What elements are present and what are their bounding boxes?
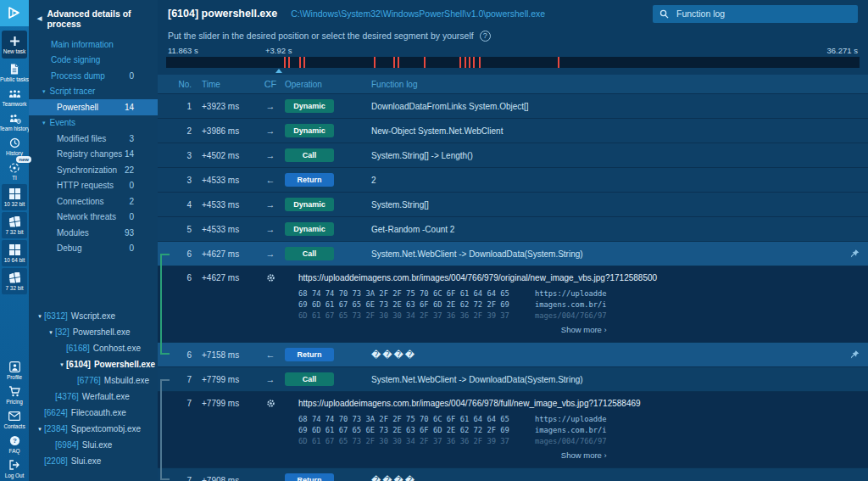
- rail-item-public-tasks[interactable]: Public tasks: [0, 60, 29, 85]
- menu-item-label: Synchronization: [57, 165, 117, 175]
- logout-icon: [9, 460, 20, 471]
- search-input[interactable]: [675, 8, 851, 20]
- rail-item-team-history[interactable]: Team history: [0, 109, 29, 134]
- rail-item-logout[interactable]: Log Out: [0, 456, 29, 481]
- timeline-event-tick: [398, 57, 399, 68]
- help-icon[interactable]: ?: [480, 31, 491, 42]
- function-log-search[interactable]: [653, 5, 858, 23]
- menu-item-label: Events: [50, 118, 76, 127]
- function-log-detail-row[interactable]: 6+4627 mshttps://uploaddeimagens.com.br/…: [158, 266, 868, 343]
- win7-icon: [9, 272, 20, 283]
- rail-item-env-10-32[interactable]: 10 32 bit: [2, 184, 27, 210]
- call-return-bracket: [160, 266, 170, 343]
- function-log-row[interactable]: 4+4533 ms→DynamicSystem.String[]: [158, 193, 868, 217]
- rail-item-teamwork[interactable]: Teamwork: [0, 85, 29, 109]
- process-name: Wscript.exe: [71, 311, 115, 321]
- menu-item-code-signing[interactable]: Code signing: [29, 53, 158, 69]
- tree-item-slui-exe[interactable]: [6984]Slui.exe: [29, 437, 158, 453]
- menu-item-connections[interactable]: Connections2: [29, 193, 158, 210]
- tree-item-wscript-exe[interactable]: ▾[6312]Wscript.exe: [29, 308, 158, 324]
- process-pid: [32]: [55, 327, 70, 337]
- timeline-event-tick: [479, 57, 481, 68]
- detail-content: https://uploaddeimagens.com.br/images/00…: [285, 399, 868, 460]
- rail-item-label: 10 64 bit: [4, 257, 25, 263]
- function-log-row[interactable]: 1+3923 ms→DynamicDownloadDataFromLinks S…: [158, 94, 868, 119]
- menu-item-registry-changes[interactable]: Registry changes14: [29, 147, 158, 163]
- cart-icon: [8, 386, 20, 397]
- operation-cell: Call: [285, 148, 358, 162]
- row-time: +4533 ms: [192, 176, 256, 185]
- function-log-row[interactable]: 6+7158 ms←Return����: [158, 343, 868, 367]
- icon-rail: New taskPublic tasksTeamworkTeam history…: [0, 0, 29, 481]
- question-icon: ?: [9, 435, 20, 446]
- menu-item-label: Code signing: [51, 55, 100, 64]
- menu-item-script-tracer[interactable]: ▾Script tracer: [29, 84, 158, 100]
- menu-item-events[interactable]: ▾Events: [29, 115, 158, 131]
- gear-icon: [256, 399, 285, 408]
- hex-ascii: mages/004/766/97: [535, 436, 607, 447]
- tree-item-slui-exe[interactable]: [2208]Slui.exe: [29, 453, 158, 469]
- tree-item-powershell-exe[interactable]: ▾[6104]Powershell.exe: [29, 356, 158, 372]
- function-log-row[interactable]: 3+4533 ms←Return2: [158, 168, 868, 193]
- call-arrow-icon: →: [256, 199, 285, 210]
- rail-item-pricing[interactable]: Pricing: [0, 383, 29, 407]
- function-log-detail-row[interactable]: 7+7799 mshttps://uploaddeimagens.com.br/…: [158, 392, 868, 468]
- rail-item-faq[interactable]: ?FAQ: [0, 432, 29, 456]
- rail-item-env-7-32-b[interactable]: 7 32 bit: [2, 268, 27, 294]
- pin-icon[interactable]: [850, 249, 860, 259]
- rail-item-new-task[interactable]: New task: [2, 31, 27, 59]
- function-log-cell: System.String[]: [358, 200, 868, 210]
- rail-item-env-7-32-a[interactable]: 7 32 bit: [2, 212, 27, 238]
- function-log-row[interactable]: 7+7908 ms←Return����: [158, 468, 868, 481]
- menu-item-network-threats[interactable]: Network threats0: [29, 210, 158, 226]
- tree-item-msbuild-exe[interactable]: [6776]Msbuild.exe: [29, 372, 158, 389]
- request-url: https://uploaddeimagens.com.br/images/00…: [298, 399, 868, 408]
- chevron-down-icon: ▾: [47, 329, 55, 336]
- process-title: [6104] powershell.exe: [168, 8, 277, 20]
- anyrun-logo-icon[interactable]: [0, 0, 29, 26]
- timeline-marker-icon[interactable]: [275, 69, 282, 73]
- tree-item-conhost-exe[interactable]: [6168]Conhost.exe: [29, 340, 158, 356]
- hex-dump: 68 74 74 70 73 3A 2F 2F 75 70 6C 6F 61 6…: [298, 414, 607, 460]
- process-path: C:\Windows\System32\WindowsPowerShell\v1…: [291, 8, 545, 19]
- row-no: 1: [171, 102, 192, 111]
- function-log-row[interactable]: 5+4533 ms→DynamicGet-Random -Count 2: [158, 217, 868, 242]
- rail-item-label: History: [6, 150, 23, 156]
- rail-item-contacts[interactable]: Contacts: [0, 407, 29, 432]
- row-time: +7908 ms: [192, 476, 256, 481]
- menu-item-powershell[interactable]: Powershell14: [29, 99, 158, 115]
- pin-icon[interactable]: [850, 350, 860, 360]
- menu-item-debug[interactable]: Debug0: [29, 241, 158, 257]
- timeline-event-tick: [299, 57, 301, 68]
- process-name: Powershell.exe: [73, 327, 131, 337]
- menu-item-http-requests[interactable]: HTTP requests0: [29, 178, 158, 194]
- operation-cell: Call: [285, 372, 358, 386]
- function-log-row[interactable]: 2+3986 ms→DynamicNew-Object System.Net.W…: [158, 119, 868, 143]
- menu-item-main-information[interactable]: Main information: [29, 36, 158, 53]
- function-log-row[interactable]: 7+7799 ms→CallSystem.Net.WebClient -> Do…: [158, 367, 868, 392]
- menu-item-modified-files[interactable]: Modified files3: [29, 131, 158, 147]
- return-arrow-icon: ←: [256, 475, 285, 481]
- function-log-row[interactable]: 3+4502 ms→CallSystem.String[] -> Length(…: [158, 143, 868, 168]
- function-log-cell: New-Object System.Net.WebClient: [358, 126, 868, 136]
- rail-item-ti[interactable]: newTI: [0, 159, 29, 183]
- rail-item-history[interactable]: History: [0, 134, 29, 159]
- show-more-link[interactable]: Show more ›: [561, 325, 607, 334]
- timeline-bar[interactable]: [166, 57, 860, 68]
- tree-item-sppextcomobj-exe[interactable]: ▾[2384]Sppextcomobj.exe: [29, 421, 158, 437]
- menu-item-modules[interactable]: Modules93: [29, 225, 158, 241]
- rail-item-profile[interactable]: Profile: [0, 358, 29, 383]
- tree-item-filecoauth-exe[interactable]: [6624]Filecoauth.exe: [29, 405, 158, 421]
- operation-badge: Call: [285, 148, 334, 162]
- tree-item-powershell-exe[interactable]: ▾[32]Powershell.exe: [29, 324, 158, 340]
- rail-item-env-10-64[interactable]: 10 64 bit: [2, 240, 27, 266]
- search-icon: [659, 9, 669, 19]
- collapse-panel-icon[interactable]: ◀: [37, 15, 42, 22]
- row-time: +4502 ms: [192, 151, 256, 160]
- show-more-link[interactable]: Show more ›: [561, 450, 607, 460]
- tree-item-werfault-exe[interactable]: [4376]Werfault.exe: [29, 389, 158, 405]
- call-arrow-icon: →: [256, 374, 285, 384]
- menu-item-process-dump[interactable]: Process dump0: [29, 68, 158, 84]
- menu-item-synchronization[interactable]: Synchronization22: [29, 162, 158, 178]
- function-log-row[interactable]: 6+4627 ms→CallSystem.Net.WebClient -> Do…: [158, 242, 868, 266]
